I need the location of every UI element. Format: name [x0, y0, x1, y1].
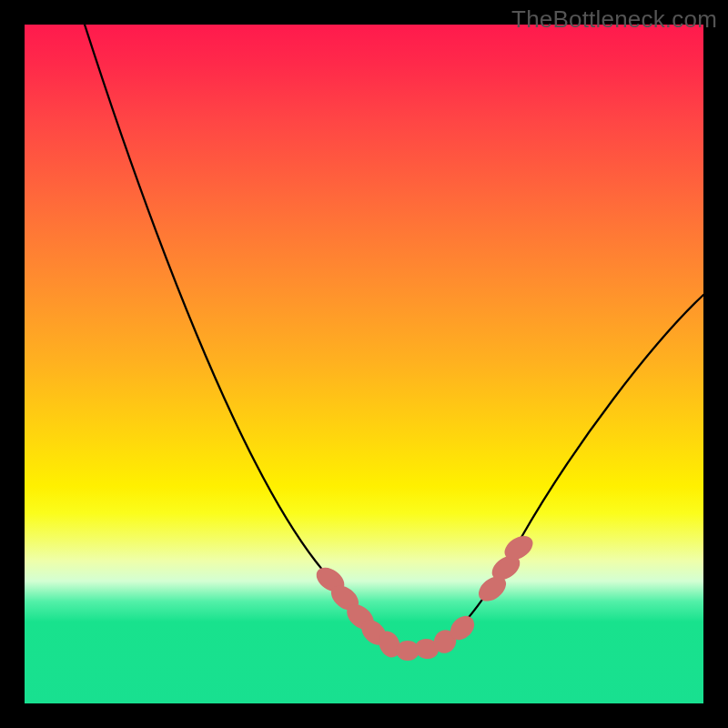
bottleneck-curve [85, 25, 703, 651]
watermark-text: TheBottleneck.com [511, 5, 717, 34]
chart-plot-area [25, 25, 703, 703]
bottleneck-curve-svg [25, 25, 703, 703]
marker-group [312, 531, 537, 662]
